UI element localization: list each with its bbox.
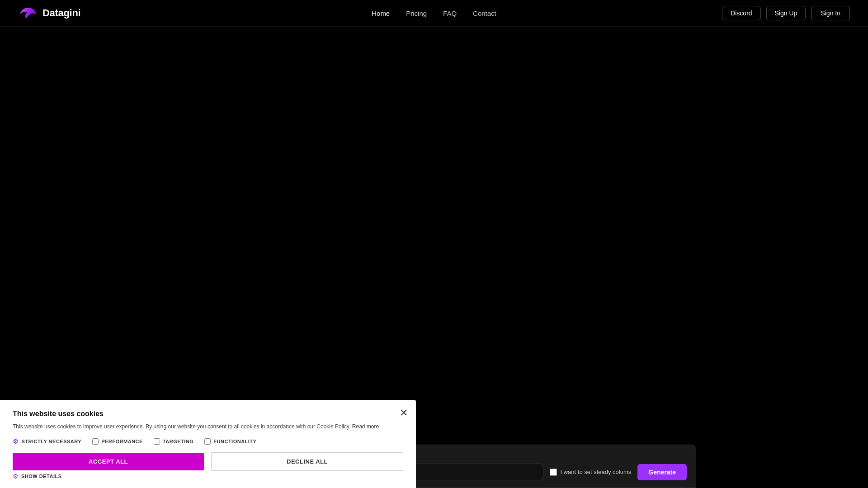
cookie-option-targeting: TARGETING bbox=[154, 438, 193, 445]
targeting-checkbox[interactable] bbox=[154, 438, 160, 445]
steady-cols-checkbox[interactable] bbox=[550, 469, 557, 476]
show-details-row: ⚙ SHOW DETAILS bbox=[13, 473, 403, 480]
logo-text: Datagini bbox=[42, 7, 80, 19]
targeting-label: TARGETING bbox=[163, 439, 193, 444]
generate-button[interactable]: Generate bbox=[637, 464, 687, 480]
navbar: Datagini Home Pricing FAQ Contact Discor… bbox=[0, 0, 868, 27]
strictly-necessary-label: STRICTLY NECESSARY bbox=[22, 439, 82, 444]
nav-faq[interactable]: FAQ bbox=[443, 9, 457, 17]
cookie-option-functionality: FUNCTIONALITY bbox=[204, 438, 256, 445]
cookie-option-performance: PERFORMANCE bbox=[92, 438, 143, 445]
nav-links: Home Pricing FAQ Contact bbox=[372, 9, 496, 17]
performance-checkbox[interactable] bbox=[92, 438, 99, 445]
gear-icon: ⚙ bbox=[13, 438, 19, 445]
cookie-close-button[interactable]: ✕ bbox=[400, 408, 408, 418]
logo-link[interactable]: Datagini bbox=[18, 7, 80, 19]
cookie-banner: ✕ This website uses cookies This website… bbox=[0, 400, 416, 488]
nav-actions: Discord Sign Up Sign In bbox=[722, 6, 850, 20]
cookie-description: This website uses cookies to improve use… bbox=[13, 422, 403, 431]
steady-cols-label: I want to set steady colums bbox=[561, 469, 632, 475]
signin-button[interactable]: Sign In bbox=[811, 6, 850, 20]
show-details-gear-icon: ⚙ bbox=[13, 473, 19, 480]
nav-home[interactable]: Home bbox=[372, 9, 390, 17]
show-details-button[interactable]: SHOW DETAILS bbox=[21, 474, 62, 479]
functionality-label: FUNCTIONALITY bbox=[213, 439, 256, 444]
cookie-options: ⚙ STRICTLY NECESSARY PERFORMANCE TARGETI… bbox=[13, 438, 403, 445]
discord-button[interactable]: Discord bbox=[722, 6, 760, 20]
accept-all-button[interactable]: ACCEPT ALL bbox=[13, 453, 204, 470]
performance-label: PERFORMANCE bbox=[101, 439, 143, 444]
cookie-actions: ACCEPT ALL DECLINE ALL bbox=[13, 452, 403, 471]
cookie-title: This website uses cookies bbox=[13, 410, 403, 418]
decline-all-button[interactable]: DECLINE ALL bbox=[211, 452, 403, 471]
signup-button[interactable]: Sign Up bbox=[766, 6, 806, 20]
cookie-read-more-link[interactable]: Read more bbox=[352, 423, 379, 430]
steady-cols-option: I want to set steady colums bbox=[550, 469, 632, 476]
nav-pricing[interactable]: Pricing bbox=[406, 9, 427, 17]
functionality-checkbox[interactable] bbox=[204, 438, 211, 445]
cookie-option-strictly-necessary: ⚙ STRICTLY NECESSARY bbox=[13, 438, 81, 445]
nav-contact[interactable]: Contact bbox=[473, 9, 496, 17]
logo-icon bbox=[18, 7, 38, 19]
